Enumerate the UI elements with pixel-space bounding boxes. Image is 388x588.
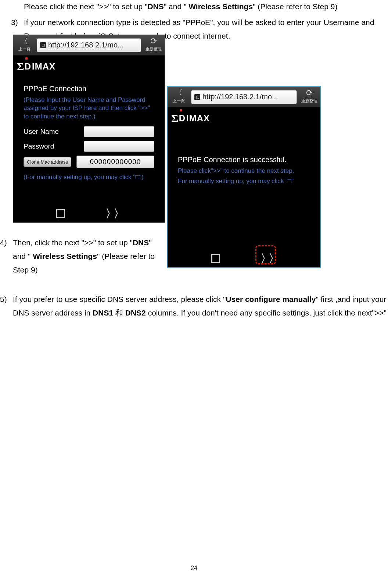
- sigma-icon: Σ: [171, 109, 179, 128]
- refresh-label: 重新整理: [146, 46, 162, 53]
- browser-topbar: 〈 上一頁 ▢ http://192.168.2.1/mo... ⟳ 重新整理: [168, 87, 320, 107]
- page-number: 24: [0, 563, 388, 573]
- screenshot-pppoe-success: 〈 上一頁 ▢ http://192.168.2.1/mo... ⟳ 重新整理 …: [167, 86, 321, 268]
- s5-t1: If you prefer to use specific DNS server…: [13, 295, 226, 303]
- phone1-manual-hint: (For manually setting up, you may click …: [24, 173, 154, 182]
- back-button[interactable]: 〈 上一頁: [168, 87, 190, 107]
- row-password: Password: [24, 141, 154, 152]
- row-username: User Name: [24, 126, 154, 137]
- url-text: http://192.168.2.1/mo...: [48, 39, 124, 51]
- intro-mid: " and ": [164, 2, 188, 11]
- browser-topbar: 〈 上一頁 ▢ http://192.168.2.1/mo... ⟳ 重新整理: [13, 35, 165, 56]
- input-password[interactable]: [84, 141, 154, 152]
- phone2-title: PPPoE Connection is successful.: [178, 155, 310, 165]
- edimax-logo: Σ DIMAX: [17, 57, 161, 76]
- url-container: ▢ http://192.168.2.1/mo...: [190, 87, 298, 107]
- intro-wireless: Wireless Settings: [188, 2, 253, 11]
- mac-value[interactable]: 000000000000: [76, 156, 154, 168]
- intro-dns: DNS: [147, 2, 164, 11]
- intro-prefix: Please click the next ">>" to set up ": [24, 2, 147, 11]
- step-4: 4) Then, click the next ">>" to set up "…: [0, 236, 165, 277]
- clone-mac-button[interactable]: Clone Mac address: [24, 157, 71, 167]
- screenshot-pppoe-form: 〈 上一頁 ▢ http://192.168.2.1/mo... ⟳ 重新整理 …: [13, 35, 165, 223]
- row-mac: Clone Mac address 000000000000: [24, 156, 154, 168]
- stop-icon[interactable]: [56, 209, 65, 218]
- input-username[interactable]: [84, 126, 154, 137]
- phone2-body: PPPoE Connection is successful. Please c…: [168, 129, 320, 250]
- url-input[interactable]: ▢ http://192.168.2.1/mo...: [191, 90, 297, 104]
- s5-dns1: DNS1: [93, 309, 113, 317]
- phone2-bottom-bar: 〉〉: [168, 250, 320, 267]
- phone1-bottom-bar: 〉〉: [13, 205, 165, 222]
- intro-line: Please click the next ">>" to set up "DN…: [24, 0, 377, 14]
- page-icon: ▢: [40, 42, 46, 48]
- url-text: http://192.168.2.1/mo...: [202, 90, 278, 103]
- highlight-box: [255, 245, 276, 264]
- phone2-hint1: Please click">>" to continue the next st…: [178, 167, 310, 175]
- page-icon: ▢: [194, 94, 200, 100]
- s5-he: 和: [113, 309, 125, 317]
- intro-suffix: " (Please refer to Step 9): [253, 2, 337, 11]
- s5-t3: columns. If you don't need any specific …: [146, 309, 387, 317]
- url-input[interactable]: ▢ http://192.168.2.1/mo...: [37, 38, 141, 52]
- s5-dns2: DNS2: [125, 309, 146, 317]
- brand-bar: Σ DIMAX: [13, 56, 165, 77]
- refresh-label: 重新整理: [301, 97, 317, 104]
- back-label: 上一頁: [173, 97, 185, 104]
- sigma-icon: Σ: [17, 57, 25, 76]
- next-icon[interactable]: 〉〉: [105, 204, 122, 224]
- brand-bar: Σ DIMAX: [168, 107, 320, 129]
- s4-dns: DNS: [133, 238, 149, 247]
- back-label: 上一頁: [18, 46, 30, 53]
- phone2-hint2: For manually setting up, you may click "…: [178, 177, 310, 186]
- back-button[interactable]: 〈 上一頁: [13, 35, 35, 55]
- step-5: 5) If you prefer to use specific DNS ser…: [0, 293, 388, 320]
- chevron-left-icon: 〈: [20, 37, 28, 45]
- label-password: Password: [24, 142, 79, 151]
- s4-ws: Wireless Settings: [33, 252, 97, 260]
- step-4-text: Then, click the next ">>" to set up "DNS…: [13, 236, 165, 277]
- phone1-body: PPPoE Connection (Please Input the User …: [13, 77, 165, 205]
- refresh-icon: ⟳: [150, 37, 157, 45]
- step-4-number: 4): [0, 236, 13, 277]
- brand-text: IMAX: [186, 111, 210, 126]
- chevron-left-icon: 〈: [175, 89, 183, 97]
- step-5-text: If you prefer to use specific DNS server…: [13, 293, 388, 320]
- label-username: User Name: [24, 127, 79, 136]
- refresh-icon: ⟳: [306, 89, 313, 97]
- next-highlight: 〉〉: [261, 249, 277, 268]
- url-container: ▢ http://192.168.2.1/mo...: [35, 35, 143, 55]
- refresh-button[interactable]: ⟳ 重新整理: [298, 87, 320, 107]
- refresh-button[interactable]: ⟳ 重新整理: [143, 35, 165, 55]
- s5-ucm: User configure manually: [226, 295, 316, 303]
- stop-icon[interactable]: [211, 254, 220, 263]
- brand-text: IMAX: [32, 59, 55, 74]
- phone1-hint: (Please Input the User Name and Password…: [24, 96, 154, 121]
- s4-t1: Then, click the next ">>" to set up ": [13, 238, 133, 247]
- edimax-logo: Σ DIMAX: [171, 109, 317, 128]
- step-5-number: 5): [0, 293, 13, 320]
- phone1-title: PPPoE Connection: [24, 84, 154, 94]
